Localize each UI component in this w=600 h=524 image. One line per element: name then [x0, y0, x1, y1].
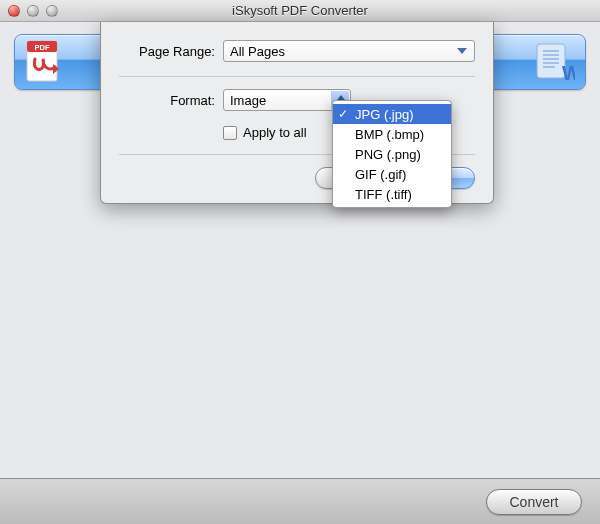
menu-item-label: GIF (.gif): [355, 167, 406, 182]
svg-text:PDF: PDF: [35, 43, 50, 52]
page-range-value: All Pages: [230, 44, 285, 59]
menu-item-gif[interactable]: GIF (.gif): [333, 164, 451, 184]
word-file-icon: W: [533, 41, 575, 83]
checkmark-icon: ✓: [338, 107, 348, 121]
menu-item-png[interactable]: PNG (.png): [333, 144, 451, 164]
apply-to-all-label: Apply to all: [243, 125, 307, 140]
svg-rect-4: [537, 44, 565, 78]
chevron-down-icon: [454, 43, 470, 59]
apply-to-all-checkbox[interactable]: [223, 126, 237, 140]
separator: [119, 76, 475, 77]
menu-item-label: TIFF (.tiff): [355, 187, 412, 202]
menu-item-tiff[interactable]: TIFF (.tiff): [333, 184, 451, 204]
menu-item-label: PNG (.png): [355, 147, 421, 162]
main-area: PDF W Page Range: All Pages Format: Imag…: [0, 22, 600, 478]
minimize-window-icon[interactable]: [27, 5, 39, 17]
format-label: Format:: [119, 93, 215, 108]
titlebar: iSkysoft PDF Converter: [0, 0, 600, 22]
pdf-file-icon: PDF: [25, 39, 63, 85]
convert-button-label: Convert: [509, 494, 558, 510]
format-dropdown-menu: ✓ JPG (.jpg) BMP (.bmp) PNG (.png) GIF (…: [332, 100, 452, 208]
svg-text:W: W: [562, 62, 575, 83]
close-window-icon[interactable]: [8, 5, 20, 17]
menu-item-jpg[interactable]: ✓ JPG (.jpg): [333, 104, 451, 124]
format-value: Image: [230, 93, 266, 108]
menu-item-label: JPG (.jpg): [355, 107, 414, 122]
zoom-window-icon[interactable]: [46, 5, 58, 17]
menu-item-label: BMP (.bmp): [355, 127, 424, 142]
convert-button[interactable]: Convert: [486, 489, 582, 515]
bottom-toolbar: Convert: [0, 478, 600, 524]
window-traffic-lights: [8, 5, 58, 17]
page-range-select[interactable]: All Pages: [223, 40, 475, 62]
window-title: iSkysoft PDF Converter: [0, 3, 600, 18]
page-range-row: Page Range: All Pages: [119, 40, 475, 62]
page-range-label: Page Range:: [119, 44, 215, 59]
menu-item-bmp[interactable]: BMP (.bmp): [333, 124, 451, 144]
